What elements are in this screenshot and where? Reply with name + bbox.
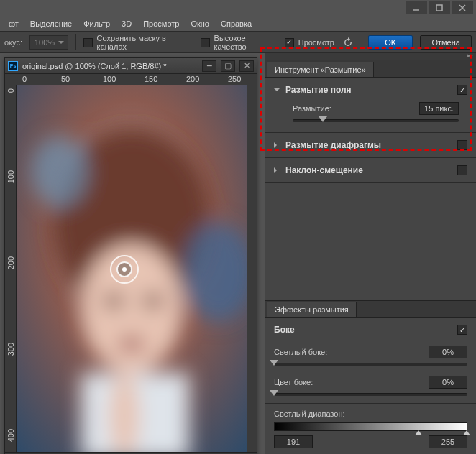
menu-item[interactable]: Фильтр [78,16,116,32]
twisty-icon[interactable] [274,88,280,94]
menu-item[interactable]: фт [3,16,24,32]
focus-combo[interactable]: 100% [29,35,68,50]
light-range-gradient[interactable] [274,422,467,431]
blur-label: Размытие: [293,104,331,113]
menu-item[interactable]: Справка [215,16,257,32]
blur-slider[interactable] [293,119,459,122]
light-range-label: Светлый диапазон: [265,409,476,418]
high-quality-checkbox[interactable]: Высокое качество [201,34,278,51]
minimize-window-button[interactable] [406,1,427,14]
preview-label: Просмотр [298,38,334,47]
doc-maximize-button[interactable]: ▢ [221,60,235,72]
bokeh-title: Боке [274,325,452,335]
blur-value-input[interactable]: 15 пикс. [419,102,459,115]
options-bar: окус: 100% Сохранить маску в каналах Выс… [0,32,476,53]
high-quality-label: Высокое качество [214,34,278,51]
field-blur-title: Размытие поля [285,85,452,95]
ruler-vertical: 0 100 200 300 400 [5,85,17,452]
range-high-input[interactable]: 255 [429,435,467,448]
document-window: Ps original.psd @ 100% (Слой 1, RGB/8#) … [4,57,257,454]
light-bokeh-label: Светлый боке: [274,348,327,356]
svg-rect-1 [436,5,442,11]
range-low-input[interactable]: 191 [274,435,313,448]
ps-file-icon: Ps [8,61,18,71]
save-mask-label: Сохранить маску в каналах [97,34,193,51]
save-mask-checkbox[interactable]: Сохранить маску в каналах [83,34,193,51]
menu-item[interactable]: Просмотр [137,16,185,32]
document-title: original.psd @ 100% (Слой 1, RGB/8#) * [22,62,198,70]
menu-item[interactable]: Выделение [24,16,78,32]
doc-close-button[interactable]: ✕ [239,60,254,72]
color-bokeh-value[interactable]: 0% [429,376,467,389]
svg-point-9 [119,337,145,351]
tilt-shift-checkbox[interactable] [457,165,467,175]
ruler-horizontal: 0 50 100 150 200 250 [17,74,257,85]
menubar: фт Выделение Фильтр 3D Просмотр Окно Спр… [0,16,476,32]
blur-pin[interactable] [110,255,139,284]
tilt-shift-title: Наклон-смещение [285,165,452,175]
iris-blur-title: Размытие диафрагмы [285,140,452,150]
reset-icon[interactable] [342,36,354,49]
doc-minimize-button[interactable]: ━ [202,60,216,72]
cancel-button[interactable]: Отмена [420,35,472,50]
close-window-button[interactable] [452,1,473,14]
bokeh-checkbox[interactable] [457,325,467,335]
color-bokeh-label: Цвет боке: [274,378,313,386]
panel-collapse-strip[interactable] [265,53,476,60]
light-bokeh-value[interactable]: 0% [429,346,467,358]
menu-item[interactable]: 3D [116,16,137,32]
light-bokeh-slider[interactable] [274,363,467,366]
svg-point-7 [104,294,124,308]
focus-label: окус: [4,38,22,47]
color-bokeh-slider[interactable] [274,393,467,396]
canvas[interactable] [17,85,247,452]
maximize-window-button[interactable] [429,1,450,14]
twisty-icon[interactable] [274,167,280,173]
blur-effects-tab[interactable]: Эффекты размытия [267,302,357,317]
blur-tool-tab[interactable]: Инструмент «Размытие» [267,62,374,77]
field-blur-checkbox[interactable] [457,85,467,95]
svg-point-8 [143,294,163,308]
svg-point-12 [31,136,88,208]
menu-item[interactable]: Окно [185,16,215,32]
iris-blur-checkbox[interactable] [457,140,467,150]
preview-checkbox[interactable]: Просмотр [285,38,334,47]
twisty-icon[interactable] [274,142,280,148]
ok-button[interactable]: OK [368,35,413,50]
